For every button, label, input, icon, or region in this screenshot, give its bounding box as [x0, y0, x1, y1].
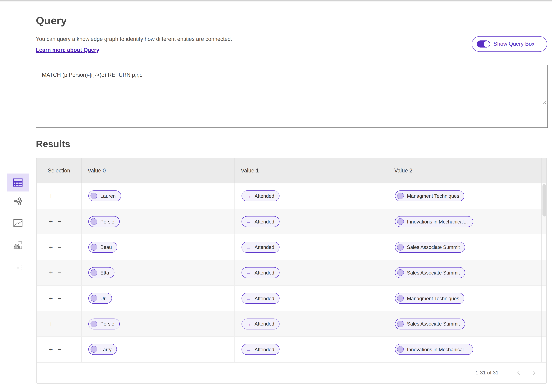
- arrow-right-icon: →: [246, 270, 252, 275]
- table-row: + − Etta →Attended Sales Associate Summi…: [37, 260, 546, 286]
- table-row: + − Larry →Attended Innovations in Mecha…: [37, 337, 546, 363]
- entity-label: Larry: [100, 347, 112, 352]
- query-page: Query You can query a knowledge graph to…: [0, 0, 552, 392]
- entity-label: Uri: [100, 295, 107, 301]
- page-description: You can query a knowledge graph to ident…: [36, 36, 232, 42]
- entity-pill[interactable]: Managment Techniques: [395, 190, 464, 201]
- relationship-label: Attended: [255, 295, 274, 301]
- selection-cell: + −: [37, 337, 82, 362]
- add-selection-button[interactable]: +: [49, 295, 53, 302]
- column-header-value2: Value 2: [388, 158, 537, 183]
- relationship-pill[interactable]: →Attended: [242, 318, 279, 329]
- entity-label: Managment Techniques: [407, 193, 459, 199]
- entity-pill[interactable]: Uri: [88, 293, 112, 304]
- entity-pill[interactable]: Persie: [88, 318, 119, 329]
- table-view-button[interactable]: [7, 174, 29, 191]
- query-input[interactable]: MATCH (p:Person)-[r]->(e) RETURN p,r,e: [36, 65, 547, 105]
- entity-label: Beau: [100, 244, 112, 250]
- node-icon: [397, 346, 404, 353]
- entity-label: Sales Associate Summit: [407, 244, 460, 250]
- table-view-icon: [13, 179, 22, 187]
- entity-pill[interactable]: Etta: [88, 267, 114, 278]
- add-selection-button[interactable]: +: [49, 346, 53, 353]
- graph-view-icon: [13, 197, 22, 206]
- table-row: + − Lauren →Attended Managment Technique…: [37, 183, 546, 209]
- entity-label: Sales Associate Summit: [407, 270, 460, 276]
- selection-cell: + −: [37, 209, 82, 234]
- table-scrollbar: [541, 158, 546, 363]
- column-header-selection: Selection: [37, 158, 82, 183]
- node-icon: [91, 269, 97, 276]
- relationship-pill[interactable]: →Attended: [242, 267, 279, 278]
- scrollbar-track-header: [542, 158, 546, 183]
- remove-selection-button[interactable]: −: [57, 321, 61, 327]
- entity-pill[interactable]: Sales Associate Summit: [395, 267, 465, 278]
- toggle-switch-icon[interactable]: [477, 40, 490, 47]
- show-query-box-toggle[interactable]: Show Query Box: [472, 36, 547, 52]
- node-icon: [91, 244, 97, 251]
- prev-page-button[interactable]: [514, 368, 523, 377]
- page-title: Query: [36, 15, 67, 27]
- graph-view-button[interactable]: [7, 196, 29, 207]
- toggle-label: Show Query Box: [494, 41, 534, 47]
- entity-pill[interactable]: Innovations in Mechanical...: [395, 344, 473, 355]
- node-icon: [91, 193, 97, 199]
- entity-label: Sales Associate Summit: [407, 321, 460, 327]
- add-selection-button[interactable]: +: [49, 269, 53, 276]
- entity-pill[interactable]: Larry: [88, 344, 117, 355]
- relationship-pill[interactable]: →Attended: [242, 190, 279, 201]
- arrow-right-icon: →: [246, 193, 252, 199]
- node-icon: [397, 218, 404, 225]
- remove-selection-button[interactable]: −: [57, 244, 61, 251]
- add-selection-button[interactable]: +: [49, 321, 53, 327]
- relationship-pill[interactable]: →Attended: [242, 242, 279, 252]
- table-body: + − Lauren →Attended Managment Technique…: [37, 183, 546, 363]
- relationship-pill[interactable]: →Attended: [242, 293, 279, 304]
- remove-selection-button[interactable]: −: [57, 295, 61, 302]
- arrow-right-icon: →: [246, 296, 252, 301]
- export-image-icon: [13, 241, 22, 250]
- scrollbar-thumb[interactable]: [542, 184, 546, 217]
- disabled-view-button: [7, 262, 29, 273]
- entity-label: Persie: [100, 219, 114, 224]
- entity-label: Innovations in Mechanical...: [407, 347, 468, 352]
- entity-pill[interactable]: Persie: [88, 216, 119, 227]
- learn-more-link[interactable]: Learn more about Query: [36, 47, 99, 53]
- relationship-label: Attended: [255, 321, 274, 327]
- next-page-button[interactable]: [530, 368, 538, 377]
- relationship-label: Attended: [255, 244, 274, 250]
- remove-selection-button[interactable]: −: [57, 193, 61, 199]
- add-selection-button[interactable]: +: [49, 193, 53, 199]
- relationship-pill[interactable]: →Attended: [242, 344, 279, 355]
- resize-handle-icon[interactable]: [542, 100, 546, 106]
- remove-selection-button[interactable]: −: [57, 346, 61, 353]
- chevron-left-icon: [517, 370, 521, 376]
- relationship-pill[interactable]: →Attended: [242, 216, 279, 227]
- column-header-value0: Value 0: [82, 158, 235, 183]
- entity-pill[interactable]: Sales Associate Summit: [395, 318, 465, 329]
- chevron-right-icon: [532, 370, 536, 376]
- selection-cell: + −: [37, 260, 82, 285]
- table-row: + − Persie →Attended Sales Associate Sum…: [37, 311, 546, 337]
- column-header-value1: Value 1: [235, 158, 388, 183]
- add-selection-button[interactable]: +: [49, 244, 53, 251]
- node-icon: [91, 295, 97, 302]
- remove-selection-button[interactable]: −: [57, 218, 61, 225]
- entity-pill[interactable]: Lauren: [88, 190, 121, 201]
- relationship-label: Attended: [255, 347, 274, 352]
- node-icon: [397, 321, 404, 327]
- entity-pill[interactable]: Managment Techniques: [395, 293, 464, 304]
- entity-pill[interactable]: Sales Associate Summit: [395, 242, 465, 252]
- remove-selection-button[interactable]: −: [57, 269, 61, 276]
- table-footer: 1-31 of 31: [37, 362, 546, 383]
- table-row: + − Uri →Attended Managment Techniques: [37, 286, 546, 311]
- route-view-button[interactable]: [7, 218, 29, 229]
- export-image-button[interactable]: [7, 240, 29, 251]
- selection-cell: + −: [37, 311, 82, 336]
- entity-label: Managment Techniques: [407, 295, 459, 301]
- entity-pill[interactable]: Innovations in Mechanical...: [395, 216, 473, 227]
- route-view-icon: [13, 219, 22, 227]
- entity-label: Persie: [100, 321, 114, 327]
- entity-pill[interactable]: Beau: [88, 242, 117, 252]
- add-selection-button[interactable]: +: [49, 218, 53, 225]
